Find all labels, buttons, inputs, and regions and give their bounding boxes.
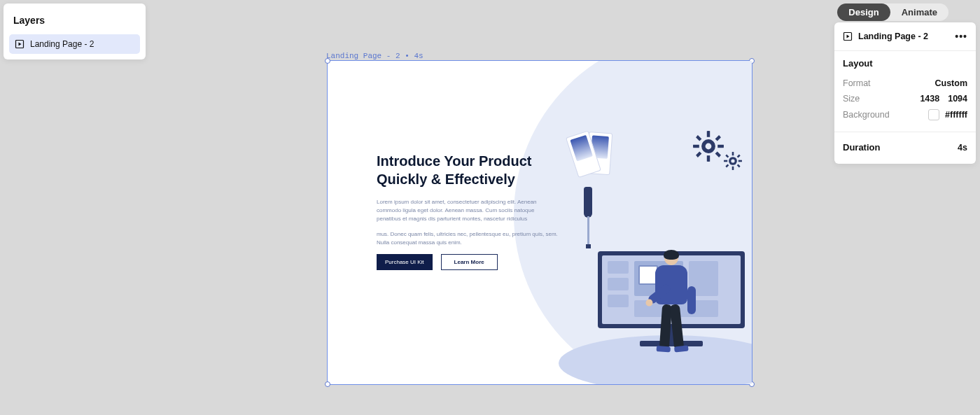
svg-rect-4 xyxy=(707,155,710,162)
canvas-frame-label[interactable]: Landing Page - 2 • 4s xyxy=(326,52,424,60)
svg-rect-14 xyxy=(732,167,734,170)
layers-panel: Layers Landing Page - 2 xyxy=(4,3,146,59)
format-value: Custom xyxy=(934,78,967,88)
duration-value-input[interactable]: 4s xyxy=(958,143,967,153)
hero-paragraph-2: mus. Donec quam felis, ultricies nec, pe… xyxy=(377,230,559,247)
hero-heading: Introduce Your Product Quickly & Effecti… xyxy=(377,152,559,188)
canvas-frame[interactable]: Introduce Your Product Quickly & Effecti… xyxy=(327,60,752,385)
screwdriver-illustration xyxy=(584,187,592,248)
svg-rect-16 xyxy=(738,160,742,162)
background-row: Background #ffffff xyxy=(843,106,967,123)
duration-section: Duration 4s xyxy=(834,132,976,164)
size-width-input[interactable]: 1438 xyxy=(920,94,939,104)
properties-panel: Landing Page - 2 ••• Layout Format Custo… xyxy=(834,22,976,164)
layout-heading: Layout xyxy=(843,58,967,69)
size-height-input[interactable]: 1094 xyxy=(948,94,967,104)
person-illustration xyxy=(647,251,696,363)
size-row: Size 1438 1094 xyxy=(843,91,967,106)
svg-point-21 xyxy=(731,159,734,162)
size-label: Size xyxy=(843,94,860,104)
background-label: Background xyxy=(843,110,890,120)
duration-label: Duration xyxy=(843,142,880,153)
purchase-button[interactable]: Purchase UI Kit xyxy=(377,254,433,270)
tab-animate[interactable]: Animate xyxy=(890,3,948,21)
layers-panel-title: Layers xyxy=(9,9,140,34)
gear-icon xyxy=(724,152,742,170)
tab-design[interactable]: Design xyxy=(837,3,890,21)
svg-rect-6 xyxy=(718,145,724,148)
svg-rect-7 xyxy=(695,134,701,141)
learn-more-button[interactable]: Learn More xyxy=(441,254,498,270)
gear-icon xyxy=(693,131,724,162)
svg-rect-15 xyxy=(724,160,727,162)
background-swatch[interactable] xyxy=(928,109,939,120)
svg-rect-5 xyxy=(693,145,699,148)
layout-section: Layout Format Custom Size 1438 1094 Back… xyxy=(834,51,976,132)
svg-rect-3 xyxy=(707,131,710,137)
svg-rect-13 xyxy=(732,152,734,155)
mode-tabs: Design Animate xyxy=(837,3,948,21)
layer-item-label: Landing Page - 2 xyxy=(30,39,94,49)
background-value-input[interactable]: #ffffff xyxy=(945,110,967,120)
svg-point-11 xyxy=(706,143,712,150)
hero-text-block: Introduce Your Product Quickly & Effecti… xyxy=(377,152,559,270)
format-row[interactable]: Format Custom xyxy=(843,76,967,91)
frame-icon xyxy=(843,31,853,41)
svg-rect-17 xyxy=(725,154,729,158)
properties-header: Landing Page - 2 ••• xyxy=(834,22,976,51)
format-label: Format xyxy=(843,78,871,88)
hero-paragraph-1: Lorem ipsum dolor sit amet, consectetuer… xyxy=(377,198,559,223)
more-options-icon[interactable]: ••• xyxy=(955,31,967,42)
layer-item-landing-page-2[interactable]: Landing Page - 2 xyxy=(9,34,140,54)
selected-frame-title: Landing Page - 2 xyxy=(858,31,928,41)
frame-icon xyxy=(15,39,24,49)
canvas-artwork: Introduce Your Product Quickly & Effecti… xyxy=(328,61,752,384)
